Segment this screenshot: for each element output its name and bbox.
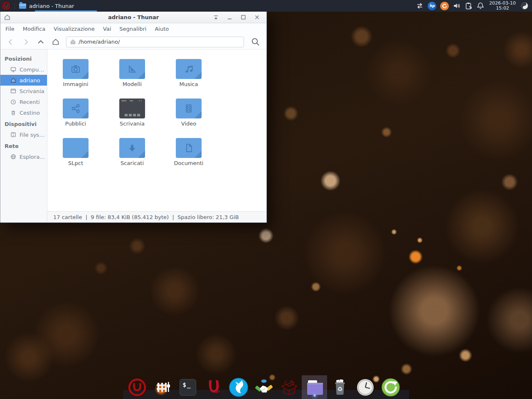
path-home-icon — [70, 39, 76, 45]
active-task-indicator — [35, 10, 97, 12]
close-button[interactable] — [253, 14, 261, 21]
folder-icon-plain — [63, 138, 89, 158]
ufficiozero-menu-button[interactable] — [2, 1, 11, 10]
updates-icon[interactable] — [440, 2, 449, 10]
dock-logout-icon[interactable] — [378, 375, 403, 399]
folder-icon-share — [63, 99, 89, 118]
dock-trash-icon[interactable]: ♻ — [327, 375, 352, 399]
folder-modelli[interactable]: Modelli — [104, 55, 160, 88]
computer-icon — [10, 66, 17, 73]
menu-aiuto[interactable]: Aiuto — [150, 24, 173, 34]
folder-musica[interactable]: Musica — [160, 55, 217, 88]
sidebar-item-scrivania[interactable]: Scrivania — [0, 86, 47, 96]
top-panel: adriano - Thunar hp — [0, 0, 532, 12]
hp-printer-icon[interactable]: hp — [428, 2, 436, 10]
folder-icon-document — [176, 138, 202, 158]
folder-icon-download — [119, 138, 145, 158]
sidebar-item-label: Compu… — [20, 66, 44, 73]
folder-label: SLpct — [68, 160, 83, 166]
menu-segnalibri[interactable]: Segnalibri — [115, 24, 150, 34]
menu-modifica[interactable]: Modifica — [19, 24, 49, 34]
thunar-window: adriano - Thunar File Modifica Visualizz… — [0, 12, 267, 223]
volume-icon[interactable] — [453, 2, 461, 10]
thunar-task-icon — [19, 3, 26, 9]
desktop-icon — [10, 88, 17, 94]
sidebar-item-label: Esplora… — [20, 154, 45, 160]
hp-logo-text: hp — [429, 4, 435, 8]
taskbar-item-thunar[interactable]: adriano - Thunar — [16, 0, 78, 12]
sidebar-header-rete: Rete — [0, 140, 47, 151]
folder-documenti[interactable]: Documenti — [160, 134, 217, 167]
folder-icon-film — [176, 99, 202, 118]
panel-clock[interactable]: 2026-03-10 15:02 — [488, 1, 517, 11]
folder-scrivania[interactable]: Scrivania — [104, 95, 160, 128]
sidebar-item-adriano[interactable]: adriano — [0, 75, 47, 86]
dock-thunar-icon[interactable] — [302, 375, 327, 399]
window-home-icon — [4, 14, 11, 21]
sidebar-item-recenti[interactable]: Recenti — [0, 96, 47, 107]
terminal-glyph: $_ — [180, 379, 196, 396]
folder-label: Musica — [180, 81, 198, 87]
recent-clock-icon — [10, 99, 17, 105]
menu-bar: File Modifica Visualizzazione Vai Segnal… — [0, 23, 266, 34]
home-button[interactable] — [49, 36, 63, 48]
menu-visualizzazione[interactable]: Visualizzazione — [49, 24, 99, 34]
yin-yang-icon[interactable] — [520, 2, 529, 10]
sidebar-item-label: adriano — [20, 77, 40, 84]
dock-toolbox-icon[interactable] — [276, 375, 302, 399]
sidebar-item-cestino[interactable]: Cestino — [0, 107, 47, 118]
dock-panel-settings-icon[interactable] — [150, 375, 175, 399]
back-button[interactable] — [4, 36, 18, 48]
dock-ufficiozero-icon[interactable] — [124, 375, 150, 399]
sidebar: Posizioni Compu… adriano Scri — [0, 49, 47, 222]
maximize-button[interactable] — [239, 14, 247, 21]
sidebar-item-label: File sys… — [20, 132, 44, 138]
path-text: /home/adriano/ — [79, 39, 120, 45]
svg-text:♻: ♻ — [337, 386, 342, 392]
path-field[interactable]: /home/adriano/ — [66, 37, 244, 47]
search-button[interactable] — [248, 36, 263, 48]
transfer-arrows-icon[interactable] — [416, 2, 424, 10]
sidebar-item-esplora-rete[interactable]: Esplora… — [0, 151, 47, 162]
dock: $_ — [124, 375, 403, 399]
folder-label: Immagini — [63, 81, 89, 87]
clipboard-icon[interactable] — [465, 2, 473, 10]
up-button[interactable] — [34, 36, 48, 48]
sidebar-item-computer[interactable]: Compu… — [0, 64, 47, 75]
window-titlebar[interactable]: adriano - Thunar — [0, 12, 266, 23]
dock-support-handshake-icon[interactable] — [251, 375, 276, 399]
dock-clock-icon[interactable] — [352, 375, 378, 399]
folder-icon-template — [119, 59, 145, 79]
shade-button[interactable] — [212, 14, 219, 21]
taskbar-item-label: adriano - Thunar — [29, 3, 74, 9]
status-bar: 17 cartelle | 9 file: 83,4 KiB (85.412 b… — [47, 211, 266, 222]
toolbar: /home/adriano/ — [0, 34, 266, 49]
dock-terminal-icon[interactable]: $_ — [175, 375, 200, 399]
sidebar-item-label: Scrivania — [20, 88, 44, 94]
dock-uz-red-app-icon[interactable] — [200, 375, 226, 399]
forward-button[interactable] — [19, 36, 33, 48]
minimize-button[interactable] — [226, 14, 233, 21]
folder-pubblici[interactable]: Pubblici — [47, 95, 104, 128]
home-icon — [10, 77, 17, 84]
folder-video[interactable]: Video — [160, 95, 217, 128]
folder-immagini[interactable]: Immagini — [47, 55, 104, 88]
harddrive-icon — [10, 131, 17, 138]
folder-label: Modelli — [123, 81, 142, 87]
folder-slpct[interactable]: SLpct — [47, 134, 104, 167]
folder-scaricati[interactable]: Scaricati — [104, 134, 160, 167]
folder-label: Pubblici — [65, 121, 86, 127]
folder-label: Scrivania — [120, 121, 145, 127]
menu-file[interactable]: File — [1, 24, 19, 34]
notifications-bell-icon[interactable] — [476, 2, 485, 10]
sidebar-item-filesystem[interactable]: File sys… — [0, 129, 47, 140]
folder-label: Documenti — [174, 160, 204, 166]
sidebar-header-posizioni: Posizioni — [0, 53, 47, 64]
dock-librewolf-icon[interactable] — [226, 375, 251, 399]
clock-time: 15:02 — [489, 6, 516, 11]
menu-vai[interactable]: Vai — [99, 24, 115, 34]
folder-label: Scaricati — [121, 160, 144, 166]
sidebar-header-dispositivi: Dispositivi — [0, 118, 47, 129]
folder-label: Video — [181, 121, 196, 127]
network-globe-icon — [10, 153, 17, 160]
